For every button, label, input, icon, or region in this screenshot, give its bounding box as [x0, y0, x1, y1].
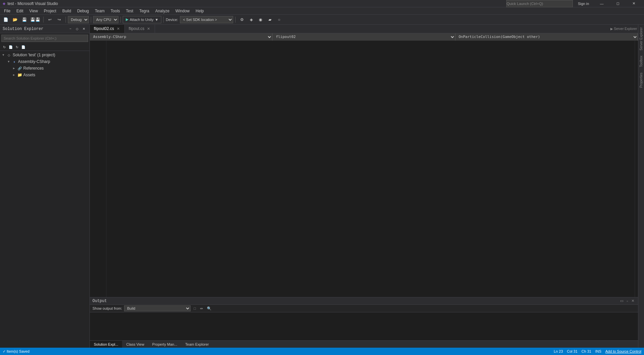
menu-file[interactable]: File: [1, 7, 13, 15]
code-content[interactable]: [106, 41, 635, 297]
save-button[interactable]: 💾: [20, 15, 29, 24]
properties-sidebar-btn[interactable]: 📄: [20, 44, 26, 50]
toolbar-extra-4[interactable]: ▰: [265, 15, 274, 24]
sync-with-active-doc[interactable]: ↻: [1, 44, 7, 50]
output-filter: Show output from: Build Debug Unity □ ↮ …: [90, 305, 638, 312]
menu-tegra[interactable]: Tegra: [137, 7, 152, 15]
menu-window[interactable]: Window: [173, 7, 192, 15]
menu-debug[interactable]: Debug: [75, 7, 91, 15]
device-dropdown[interactable]: < Set SDK location >: [180, 16, 233, 23]
editor-panel: flipout02.cs ✕ flipout.cs ✕ ▶ Server Exp…: [90, 25, 638, 348]
class-dropdown[interactable]: flipout02: [272, 33, 455, 41]
close-button[interactable]: ✕: [626, 0, 641, 7]
tree-item-assets[interactable]: ► 📁 Assets: [0, 72, 89, 78]
namespace-dropdown[interactable]: Assembly-CSharp: [90, 33, 272, 41]
toolbox-side-tab[interactable]: Toolbox: [639, 53, 644, 70]
bottom-tab-team-explorer[interactable]: Team Explorer: [181, 341, 213, 348]
output-close-button[interactable]: ✕: [630, 299, 635, 303]
search-container: [0, 33, 89, 43]
minimap: [635, 41, 638, 297]
menu-project[interactable]: Project: [41, 7, 59, 15]
code-editor[interactable]: [90, 41, 638, 297]
server-explorer-toggle[interactable]: ▶ Server Explorer: [609, 25, 638, 33]
new-project-button[interactable]: 📄: [1, 15, 10, 24]
tab-flipout02-close[interactable]: ✕: [116, 26, 120, 31]
quick-launch[interactable]: Quick Launch (Ctrl+Q): [506, 0, 573, 7]
tree-item-references[interactable]: ► 🔗 References: [0, 65, 89, 72]
sidebar-close-button[interactable]: ✕: [81, 26, 87, 32]
platform-dropdown[interactable]: Any CPU: [93, 16, 118, 23]
output-clear-button[interactable]: □: [193, 306, 197, 310]
output-word-wrap-button[interactable]: ↮: [199, 306, 204, 311]
toolbar-extra-1[interactable]: ⚙: [238, 15, 246, 24]
save-all-button[interactable]: 💾💾: [29, 15, 41, 24]
main-area: Solution Explorer − ◇ ✕ ↻ 📄 ↻ 📄 ▼ ◇ Solu…: [0, 25, 644, 348]
redo-button[interactable]: ↪: [55, 15, 64, 24]
output-title: Output: [92, 299, 107, 303]
tab-flipout[interactable]: flipout.cs ✕: [125, 25, 155, 33]
tab-flipout-label: flipout.cs: [129, 26, 144, 31]
sign-in-button[interactable]: Sign in: [573, 0, 593, 7]
method-dropdown[interactable]: OnParticleCollision(GameObject other): [455, 33, 638, 41]
toolbar: 📄 📂 💾 💾💾 ↩ ↪ Debug Any CPU ▶ Attach to U…: [0, 15, 644, 25]
menu-build[interactable]: Build: [60, 7, 74, 15]
undo-button[interactable]: ↩: [46, 15, 54, 24]
attach-to-unity-label: Attach to Unity: [130, 18, 154, 22]
assets-label: Assets: [23, 73, 35, 77]
output-source-dropdown[interactable]: Build Debug Unity: [124, 305, 191, 311]
tab-flipout02[interactable]: flipout02.cs ✕: [90, 25, 125, 33]
menu-tools[interactable]: Tools: [108, 7, 123, 15]
bottom-tab-solution-explorer[interactable]: Solution Expl...: [90, 341, 122, 348]
server-explorer-side-tab[interactable]: Server Explorer: [639, 25, 644, 53]
solution-explorer-header: Solution Explorer − ◇ ✕: [0, 25, 89, 33]
bottom-tab-property-manager[interactable]: Property Man...: [148, 341, 181, 348]
folder-icon: 📁: [17, 72, 22, 78]
status-right: Ln 23 Col 31 Ch 31 INS Add to Source Con…: [554, 349, 641, 353]
debug-config-dropdown[interactable]: Debug: [68, 16, 89, 23]
output-find-button[interactable]: 🔍: [206, 306, 213, 311]
toolbar-extra-5[interactable]: ○: [275, 15, 283, 24]
menu-team[interactable]: Team: [92, 7, 107, 15]
assembly-icon: ♦: [12, 59, 17, 64]
tree-item-assembly[interactable]: ▼ ♦ Assembly-CSharp: [0, 58, 89, 65]
right-side-panel: Server Explorer Toolbox Properties: [638, 25, 644, 348]
status-bar: ✓ Item(s) Saved Ln 23 Col 31 Ch 31 INS A…: [0, 348, 644, 355]
save-icon: ✓: [3, 349, 6, 353]
separator-4: [120, 17, 121, 23]
tree-item-solution[interactable]: ▼ ◇ Solution 'test' (1 project): [0, 52, 89, 58]
refresh-button[interactable]: ↻: [14, 44, 20, 50]
output-float-button[interactable]: ▭: [619, 299, 624, 303]
solution-explorer-search[interactable]: [1, 35, 88, 42]
output-dock-button[interactable]: ▫: [626, 299, 629, 303]
menu-test[interactable]: Test: [123, 7, 136, 15]
column-number-status: Col 31: [567, 349, 577, 353]
solution-explorer-panel: Solution Explorer − ◇ ✕ ↻ 📄 ↻ 📄 ▼ ◇ Solu…: [0, 25, 90, 348]
sidebar-collapse-button[interactable]: −: [68, 26, 74, 32]
source-control-status[interactable]: Add to Source Control: [605, 349, 641, 353]
menu-edit[interactable]: Edit: [14, 7, 26, 15]
properties-side-tab[interactable]: Properties: [639, 70, 644, 91]
menu-view[interactable]: View: [27, 7, 41, 15]
menu-analyze[interactable]: Analyze: [153, 7, 172, 15]
toolbar-extra-3[interactable]: ◉: [256, 15, 265, 24]
attach-to-unity-button[interactable]: ▶ Attach to Unity ▼: [123, 16, 161, 23]
expand-arrow-assets: ►: [12, 73, 16, 77]
tab-flipout-close[interactable]: ✕: [146, 26, 151, 31]
char-number-status: Ch 31: [581, 349, 591, 353]
minimize-button[interactable]: —: [594, 0, 609, 7]
tab-flipout02-label: flipout02.cs: [94, 26, 114, 31]
references-label: References: [23, 66, 44, 71]
sidebar-pin-button[interactable]: ◇: [74, 26, 80, 32]
line-number-status: Ln 23: [554, 349, 563, 353]
window-title: test - Microsoft Visual Studio: [7, 1, 58, 6]
bottom-tab-class-view[interactable]: Class View: [122, 341, 148, 348]
maximize-button[interactable]: ◻: [610, 0, 625, 7]
toolbar-extra-2[interactable]: ◈: [247, 15, 255, 24]
sidebar-toolbar: ↻ 📄 ↻ 📄: [0, 43, 89, 51]
menu-help[interactable]: Help: [193, 7, 207, 15]
solution-label: Solution 'test' (1 project): [13, 53, 55, 57]
open-button[interactable]: 📂: [11, 15, 19, 24]
line-numbers: [90, 41, 106, 297]
show-all-files[interactable]: 📄: [8, 44, 14, 50]
save-status-text: Item(s) Saved: [7, 349, 29, 353]
